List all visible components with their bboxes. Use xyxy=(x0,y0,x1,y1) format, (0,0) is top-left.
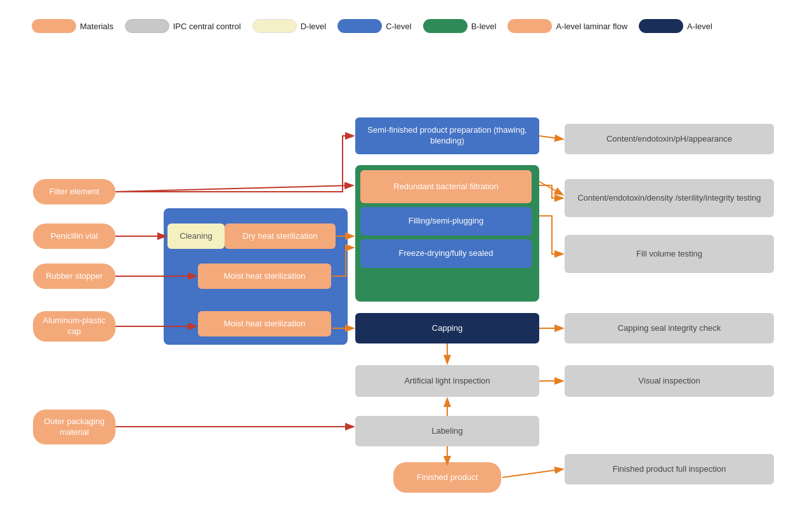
node-semi-finished-prep-label: Semi-finished product preparation (thawi… xyxy=(360,125,534,147)
node-ipc-1-label: Content/endotoxin/pH/appearance xyxy=(606,134,732,145)
node-cleaning: Cleaning xyxy=(167,223,225,249)
node-rubber-stopper: Rubber stopper xyxy=(33,263,115,289)
legend-ipc: IPC central control xyxy=(125,19,241,33)
node-freeze-drying: Freeze-drying/fully sealed xyxy=(360,239,532,268)
svg-line-2 xyxy=(115,185,352,192)
node-moist-heat-1-label: Moist heat sterilization xyxy=(224,271,306,282)
svg-line-15 xyxy=(502,469,562,477)
node-outer-packaging-label: Outer packaging material xyxy=(38,417,110,438)
legend-pill-blevel xyxy=(423,19,468,33)
node-ipc-capping-label: Capping seal integrity check xyxy=(618,323,721,334)
node-ipc-visual: Visual inspection xyxy=(565,365,774,397)
legend-clevel: C-level xyxy=(337,19,411,33)
node-aluminum-cap-label: Aluminum-plastic cap xyxy=(38,316,110,337)
node-filling-label: Filling/semi-plugging xyxy=(409,216,484,227)
svg-line-9 xyxy=(539,182,562,194)
legend-label-blevel: B-level xyxy=(471,22,497,31)
legend-alevel: A-level xyxy=(639,19,712,33)
node-artificial-light-label: Artificial light inspection xyxy=(404,376,490,387)
node-labeling-label: Labeling xyxy=(431,426,462,437)
legend: Materials IPC central control D-level C-… xyxy=(32,19,712,33)
legend-label-alaminar: A-level laminar flow xyxy=(556,22,627,31)
node-ipc-3-label: Fill volume testing xyxy=(636,249,702,260)
node-ipc-full-inspection: Finished product full inspection xyxy=(565,454,774,484)
node-dry-heat-label: Dry heat sterilization xyxy=(243,231,318,242)
legend-label-dlevel: D-level xyxy=(301,22,326,31)
node-ipc-1: Content/endotoxin/pH/appearance xyxy=(565,124,774,154)
node-redundant-filtration: Redundant bacterial filtration xyxy=(360,170,532,203)
node-ipc-3: Fill volume testing xyxy=(565,235,774,273)
node-moist-heat-2: Moist heat sterilization xyxy=(198,311,331,337)
node-filter-element-label: Filter element xyxy=(49,187,100,197)
node-artificial-light: Artificial light inspection xyxy=(355,365,539,397)
legend-alaminar: A-level laminar flow xyxy=(508,19,627,33)
legend-dlevel: D-level xyxy=(252,19,326,33)
node-cleaning-label: Cleaning xyxy=(180,231,212,242)
node-ipc-full-inspection-label: Finished product full inspection xyxy=(613,464,726,475)
legend-pill-clevel xyxy=(337,19,382,33)
legend-label-materials: Materials xyxy=(80,22,114,31)
node-aluminum-cap: Aluminum-plastic cap xyxy=(33,311,115,342)
node-ipc-2-label: Content/endotoxin/density /sterility/int… xyxy=(577,193,761,204)
node-ipc-2: Content/endotoxin/density /sterility/int… xyxy=(565,179,774,217)
legend-pill-alevel xyxy=(639,19,683,33)
legend-pill-dlevel xyxy=(252,19,297,33)
node-redundant-filtration-label: Redundant bacterial filtration xyxy=(393,182,499,192)
node-rubber-stopper-label: Rubber stopper xyxy=(46,271,103,282)
node-finished-product-label: Finished product xyxy=(417,472,478,483)
node-penicillin-vial-label: Penicillin vial xyxy=(51,231,98,242)
node-filter-element: Filter element xyxy=(33,179,115,204)
node-labeling: Labeling xyxy=(355,416,539,446)
legend-label-alevel: A-level xyxy=(687,22,712,31)
legend-blevel: B-level xyxy=(423,19,497,33)
node-moist-heat-2-label: Moist heat sterilization xyxy=(224,319,306,330)
legend-pill-materials xyxy=(32,19,76,33)
node-semi-finished-prep: Semi-finished product preparation (thawi… xyxy=(355,117,539,154)
node-capping: Capping xyxy=(355,313,539,343)
legend-pill-ipc xyxy=(125,19,169,33)
node-filling: Filling/semi-plugging xyxy=(360,207,532,236)
node-ipc-visual-label: Visual inspection xyxy=(638,376,700,387)
legend-materials: Materials xyxy=(32,19,114,33)
node-finished-product: Finished product xyxy=(393,462,501,493)
legend-pill-alaminar xyxy=(508,19,552,33)
node-ipc-capping: Capping seal integrity check xyxy=(565,313,774,343)
node-penicillin-vial: Penicillin vial xyxy=(33,223,115,249)
diagram: Materials IPC central control D-level C-… xyxy=(0,0,812,520)
node-capping-label: Capping xyxy=(432,323,462,334)
node-freeze-drying-label: Freeze-drying/fully sealed xyxy=(399,248,494,259)
node-dry-heat: Dry heat sterilization xyxy=(225,223,336,249)
blevel-bg-box: Redundant bacterial filtration Filling/s… xyxy=(355,165,539,302)
node-moist-heat-1: Moist heat sterilization xyxy=(198,263,331,289)
svg-line-8 xyxy=(539,136,562,139)
legend-label-clevel: C-level xyxy=(386,22,411,31)
node-outer-packaging: Outer packaging material xyxy=(33,410,115,444)
legend-label-ipc: IPC central control xyxy=(173,22,241,31)
